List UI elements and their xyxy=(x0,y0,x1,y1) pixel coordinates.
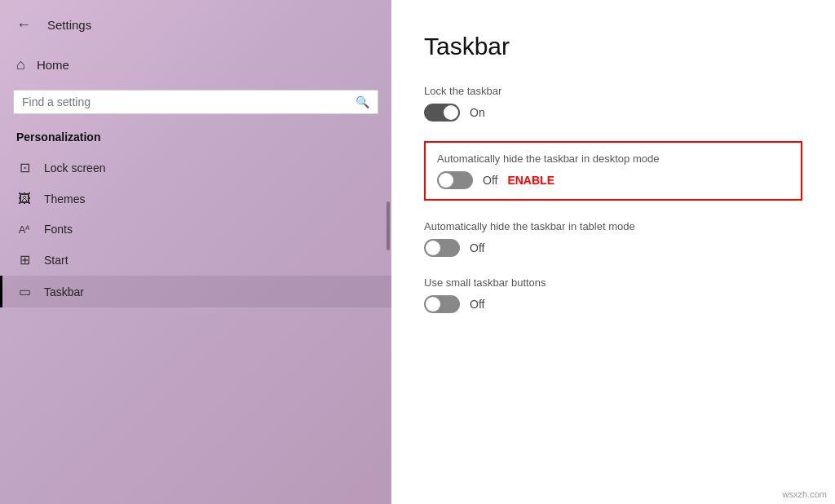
toggle-row-auto-hide-tablet: Off xyxy=(424,239,802,257)
section-title: Personalization xyxy=(0,127,391,152)
toggle-state-auto-hide-tablet: Off xyxy=(470,241,484,254)
sidebar-item-home[interactable]: Home xyxy=(0,46,391,83)
search-box: 🔍 xyxy=(13,90,378,114)
enable-label[interactable]: ENABLE xyxy=(507,174,554,187)
themes-icon: 🖼 xyxy=(16,192,33,206)
sidebar-item-taskbar[interactable]: ▭ Taskbar xyxy=(0,276,391,307)
setting-label-auto-hide-desktop: Automatically hide the taskbar in deskto… xyxy=(437,153,789,165)
toggle-row-small-buttons: Off xyxy=(424,295,802,313)
sidebar-item-themes[interactable]: 🖼 Themes xyxy=(0,183,391,214)
toggle-row-lock-taskbar: On xyxy=(424,104,802,122)
taskbar-icon: ▭ xyxy=(16,284,33,299)
setting-label-lock-taskbar: Lock the taskbar xyxy=(424,85,802,97)
page-title: Taskbar xyxy=(424,33,802,60)
settings-title: Settings xyxy=(47,18,91,32)
toggle-small-buttons[interactable] xyxy=(424,295,460,313)
toggle-state-auto-hide-desktop: Off xyxy=(483,174,497,187)
setting-label-auto-hide-tablet: Automatically hide the taskbar in tablet… xyxy=(424,220,802,232)
lock-screen-icon: ⊡ xyxy=(16,160,33,175)
nav-label-themes: Themes xyxy=(44,192,86,206)
fonts-icon: Aᴬ xyxy=(16,223,33,236)
sidebar-header: ← Settings xyxy=(0,0,391,46)
nav-label-taskbar: Taskbar xyxy=(44,285,84,298)
setting-lock-taskbar: Lock the taskbar On xyxy=(424,85,802,122)
nav-label-fonts: Fonts xyxy=(44,223,73,236)
setting-small-buttons: Use small taskbar buttons Off xyxy=(424,276,802,313)
scroll-indicator xyxy=(387,201,390,250)
setting-label-small-buttons: Use small taskbar buttons xyxy=(424,276,802,289)
setting-auto-hide-desktop-highlight: Automatically hide the taskbar in deskto… xyxy=(424,141,802,201)
search-input[interactable] xyxy=(22,95,349,108)
watermark: wsxzh.com xyxy=(783,489,827,499)
sidebar: ← Settings Home 🔍 Personalization ⊡ Lock… xyxy=(0,0,391,504)
sidebar-item-fonts[interactable]: Aᴬ Fonts xyxy=(0,214,391,244)
toggle-row-auto-hide-desktop: Off ENABLE xyxy=(437,171,789,189)
toggle-state-small-buttons: Off xyxy=(470,298,484,311)
start-icon: ⊞ xyxy=(16,252,33,267)
toggle-auto-hide-tablet[interactable] xyxy=(424,239,460,257)
setting-auto-hide-tablet: Automatically hide the taskbar in tablet… xyxy=(424,220,802,257)
sidebar-item-lock-screen[interactable]: ⊡ Lock screen xyxy=(0,152,391,183)
back-button[interactable]: ← xyxy=(13,13,34,37)
nav-label-lock-screen: Lock screen xyxy=(44,161,105,175)
nav-label-start: Start xyxy=(44,254,68,267)
toggle-auto-hide-desktop[interactable] xyxy=(437,171,473,189)
sidebar-item-start[interactable]: ⊞ Start xyxy=(0,244,391,276)
toggle-lock-taskbar[interactable] xyxy=(424,104,460,122)
search-icon: 🔍 xyxy=(356,95,369,108)
home-label: Home xyxy=(37,58,69,72)
toggle-state-lock-taskbar: On xyxy=(470,106,485,119)
home-icon xyxy=(16,56,25,73)
main-content: Taskbar Lock the taskbar On Automaticall… xyxy=(391,0,835,504)
